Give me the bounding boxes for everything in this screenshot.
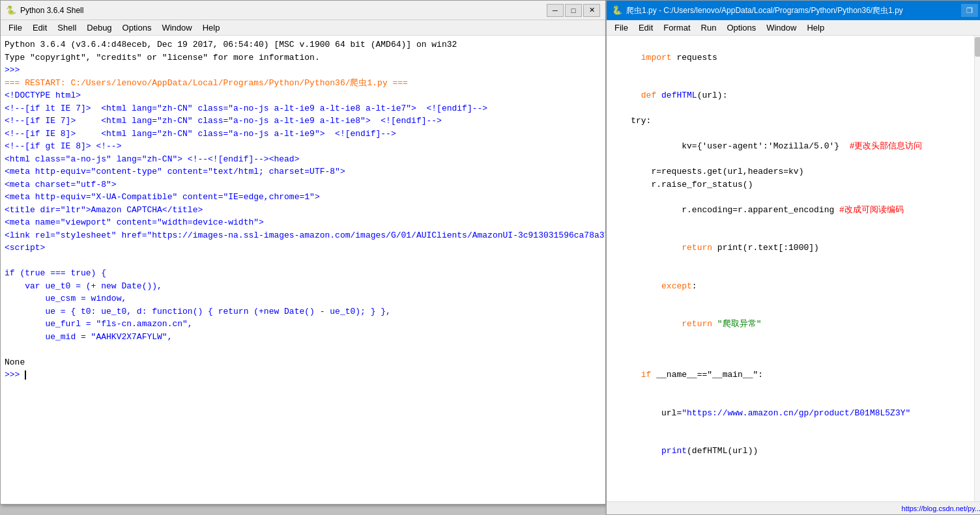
shell-header-line1: Python 3.6.4 (v3.6.4:d48eceb, Dec 19 201…: [5, 38, 601, 51]
editor-line-4: kv={'user-agent':'Mozilla/5.0'} #更改头部信息访…: [611, 128, 979, 166]
shell-prompt-initial: >>>: [5, 64, 601, 77]
shell-menu-debug[interactable]: Debug: [81, 21, 117, 34]
shell-output-script: <script>: [5, 242, 601, 255]
shell-menu-shell[interactable]: Shell: [52, 21, 81, 34]
editor-scrollbar-thumb[interactable]: [975, 37, 980, 57]
kw-def: def: [641, 90, 656, 100]
shell-output-var1: var ue_t0 = (+ new Date()),: [5, 280, 601, 293]
shell-output-blank2: [5, 343, 601, 356]
space1: [656, 90, 661, 100]
str-exception: "爬取异常": [717, 319, 762, 329]
editor-line-11: if __name__=="__main__":: [611, 356, 979, 395]
func-args: (url):: [697, 90, 728, 100]
shell-output-3: <!--[if IE 8]> <html lang="zh-CN" class=…: [5, 128, 601, 141]
space-return2: [712, 319, 717, 329]
editor-menu-window[interactable]: Window: [761, 21, 801, 34]
shell-content[interactable]: Python 3.6.4 (v3.6.4:d48eceb, Dec 19 201…: [1, 36, 605, 504]
editor-line-8: return print(r.text[:1000]): [611, 229, 979, 268]
shell-minimize-button[interactable]: ─: [547, 4, 564, 17]
shell-output-var3: ue = { t0: ue_t0, d: function() { return…: [5, 305, 601, 318]
editor-menu-help[interactable]: Help: [801, 21, 829, 34]
url-value: "https://www.amazon.cn/gp/product/B01M8L…: [682, 408, 910, 418]
kv-assign: kv={'user-agent':'Mozilla/5.0'}: [641, 141, 850, 151]
shell-window-controls: ─ □ ✕: [547, 4, 600, 17]
editor-titlebar: 🐍 爬虫1.py - C:/Users/lenovo/AppData/Local…: [607, 1, 980, 20]
editor-statusbar: https://blog.csdn.net/py...: [607, 501, 980, 514]
kw-except: except: [661, 281, 692, 291]
shell-titlebar: 🐍 Python 3.6.4 Shell ─ □ ✕: [1, 1, 605, 20]
editor-line-5: r=requests.get(url,headers=kv): [611, 165, 979, 178]
shell-output-1: <!--[if lt IE 7]> <html lang="zh-CN" cla…: [5, 102, 601, 115]
shell-output-blank1: [5, 255, 601, 268]
shell-window: 🐍 Python 3.6.4 Shell ─ □ ✕ File Edit She…: [0, 0, 606, 505]
editor-line-9: except:: [611, 267, 979, 305]
shell-menu-help[interactable]: Help: [197, 21, 225, 34]
editor-scrollbar[interactable]: [974, 36, 980, 501]
shell-output-var2: ue_csm = window,: [5, 292, 601, 305]
editor-python-icon: 🐍: [612, 5, 622, 16]
editor-code-area[interactable]: import requests def defHTML(url): try: k…: [607, 36, 980, 501]
shell-output-7: <meta charset="utf-8">: [5, 178, 601, 191]
shell-output-8: <meta http-equiv="X-UA-Compatible" conte…: [5, 191, 601, 204]
comment-header: #更改头部信息访问: [850, 141, 923, 151]
editor-line-6: r.raise_for_status(): [611, 178, 979, 191]
shell-cursor: [25, 370, 26, 380]
editor-line-blank: [611, 343, 979, 356]
shell-title-text: Python 3.6.4 Shell: [20, 6, 83, 15]
editor-menu-file[interactable]: File: [609, 21, 633, 34]
shell-menu-window[interactable]: Window: [156, 21, 197, 34]
indent-return2: [641, 319, 682, 329]
url-assign: url=: [641, 408, 682, 418]
indent-except: [641, 281, 661, 291]
indent-print: [641, 446, 661, 456]
encoding-assign: r.encoding=r.apparent_encoding: [641, 205, 839, 215]
shell-maximize-button[interactable]: □: [565, 4, 582, 17]
shell-title-left: 🐍 Python 3.6.4 Shell: [6, 5, 83, 16]
indent-return: [641, 243, 682, 253]
editor-menu-edit[interactable]: Edit: [633, 21, 658, 34]
shell-menu-edit[interactable]: Edit: [27, 21, 52, 34]
editor-line-12: url="https://www.amazon.cn/gp/product/B0…: [611, 394, 979, 432]
editor-line-2: def defHTML(url):: [611, 77, 979, 115]
shell-menu-bar: File Edit Shell Debug Options Window Hel…: [1, 20, 605, 36]
shell-close-button[interactable]: ✕: [583, 4, 600, 17]
editor-menu-options[interactable]: Options: [721, 21, 761, 34]
editor-line-7: r.encoding=r.apparent_encoding #改成可阅读编码: [611, 191, 979, 229]
shell-prompt-final: >>>: [5, 369, 601, 382]
shell-header-line2: Type "copyright", "credits" or "license"…: [5, 51, 601, 64]
mod-requests: requests: [672, 53, 717, 63]
editor-menu-format[interactable]: Format: [658, 21, 695, 34]
editor-window-controls: ❐: [961, 4, 978, 17]
kw-import: import: [641, 53, 672, 63]
shell-restart-line: === RESTART: C:/Users/lenovo/AppData/Loc…: [5, 77, 601, 90]
editor-menu-bar: File Edit Format Run Options Window Help: [607, 20, 980, 36]
shell-output-if: if (true === true) {: [5, 267, 601, 280]
shell-output-11: <link rel="stylesheet" href="https://ima…: [5, 229, 601, 242]
shell-output-var5: ue_mid = "AAHKV2X7AFYLW",: [5, 331, 601, 344]
shell-output-2: <!--[if IE 7]> <html lang="zh-CN" class=…: [5, 115, 601, 128]
builtin-print: print: [661, 446, 687, 456]
kw-return2: return: [682, 319, 712, 329]
editor-window: 🐍 爬虫1.py - C:/Users/lenovo/AppData/Local…: [606, 0, 980, 515]
shell-menu-options[interactable]: Options: [117, 21, 157, 34]
print-call: print(r.text[:1000]): [712, 243, 819, 253]
shell-output-doctype: <!DOCTYPE html>: [5, 89, 601, 102]
shell-output-9: <title dir="ltr">Amazon CAPTCHA</title>: [5, 204, 601, 217]
editor-line-10: return "爬取异常": [611, 305, 979, 344]
shell-menu-file[interactable]: File: [3, 21, 27, 34]
shell-output-4: <!--[if gt IE 8]> <!-->: [5, 140, 601, 153]
func-defHTML: defHTML: [661, 90, 697, 100]
editor-line-13: print(defHTML(url)): [611, 432, 979, 471]
shell-output-10: <meta name="viewport" content="width=dev…: [5, 216, 601, 229]
shell-none-output: None: [5, 356, 601, 369]
kw-return1: return: [682, 243, 712, 253]
editor-menu-run[interactable]: Run: [696, 21, 722, 34]
shell-output-var4: ue_furl = "fls-cn.amazon.cn",: [5, 318, 601, 331]
comment-encoding: #改成可阅读编码: [839, 205, 904, 215]
editor-line-3: try:: [611, 115, 979, 128]
except-colon: :: [692, 281, 697, 291]
editor-restore-button[interactable]: ❐: [961, 4, 978, 17]
kw-if: if: [641, 370, 652, 380]
editor-title-left: 🐍 爬虫1.py - C:/Users/lenovo/AppData/Local…: [612, 5, 903, 16]
editor-title-text: 爬虫1.py - C:/Users/lenovo/AppData/Local/P…: [626, 5, 903, 16]
